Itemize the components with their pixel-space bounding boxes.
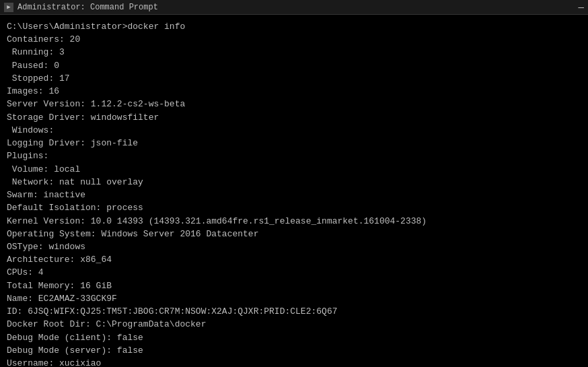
terminal-line: Username: xucixiao <box>7 357 581 367</box>
terminal-line: Docker Root Dir: C:\ProgramData\docker <box>7 318 581 331</box>
terminal-line: Plugins: <box>7 149 581 162</box>
terminal-line: OSType: windows <box>7 240 581 253</box>
title-text: Administrator: Command Prompt <box>17 3 158 12</box>
terminal-line: Logging Driver: json-file <box>7 137 581 149</box>
title-bar: ▶ Administrator: Command Prompt — <box>0 0 588 15</box>
terminal-line: Kernel Version: 10.0 14393 (14393.321.am… <box>7 215 581 228</box>
terminal-line: Server Version: 1.12.2-cs2-ws-beta <box>7 98 581 110</box>
terminal-line: Running: 3 <box>7 46 581 59</box>
cmd-icon: ▶ <box>4 3 13 12</box>
terminal-line: Storage Driver: windowsfilter <box>7 111 581 124</box>
terminal-line: Volume: local <box>7 163 581 176</box>
terminal-line: Debug Mode (client): false <box>7 331 581 344</box>
terminal-line: Total Memory: 16 GiB <box>7 279 581 292</box>
terminal-body: C:\Users\Administrator>docker infoContai… <box>0 15 588 367</box>
terminal-line: CPUs: 4 <box>7 266 581 279</box>
terminal-line: Stopped: 17 <box>7 72 581 85</box>
terminal-line: Swarm: inactive <box>7 189 581 201</box>
minimize-button[interactable]: — <box>579 2 584 13</box>
terminal-line: Default Isolation: process <box>7 201 581 214</box>
terminal-line: ID: 6JSQ:WIFX:QJ25:TM5T:JBOG:CR7M:NSOW:X… <box>7 305 581 318</box>
terminal-line: Operating System: Windows Server 2016 Da… <box>7 228 581 240</box>
terminal-line: Paused: 0 <box>7 59 581 72</box>
terminal-line: Images: 16 <box>7 85 581 98</box>
terminal-line: Containers: 20 <box>7 33 581 46</box>
terminal-line: Name: EC2AMAZ-33GCK9F <box>7 292 581 305</box>
terminal-line: Architecture: x86_64 <box>7 253 581 266</box>
terminal-line: Windows: <box>7 124 581 137</box>
terminal-line: Network: nat null overlay <box>7 176 581 189</box>
terminal-line: C:\Users\Administrator>docker info <box>7 20 581 33</box>
terminal-line: Debug Mode (server): false <box>7 344 581 357</box>
